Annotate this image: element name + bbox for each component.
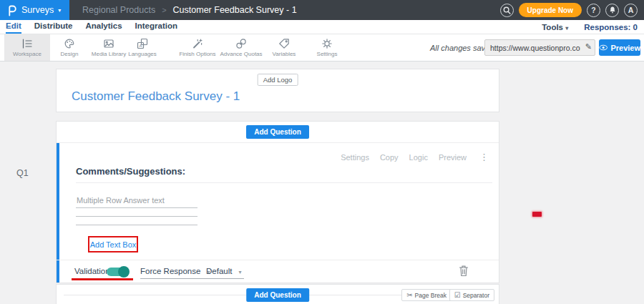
answer-row-line — [76, 216, 197, 217]
separator-label: Separator — [463, 292, 489, 299]
palette-icon — [64, 38, 75, 49]
nav-tabs: Edit Distribute Analytics Integration — [0, 20, 177, 34]
survey-url-field: ✎ — [484, 39, 595, 56]
tools-menu[interactable]: Tools ▾ — [542, 23, 568, 31]
question-card: Add Question Settings Copy Logic Preview… — [56, 121, 499, 283]
kebab-menu-icon[interactable]: ⋮ — [479, 152, 489, 162]
breadcrumb-separator: > — [162, 6, 166, 14]
add-question-button-bottom[interactable]: Add Question — [246, 288, 309, 302]
chevron-down-icon: ▾ — [58, 7, 61, 14]
magic-wand-icon — [192, 38, 203, 49]
breadcrumb: Regional Products > Customer Feedback Su… — [82, 5, 297, 15]
tag-icon — [278, 38, 290, 49]
upgrade-now-button[interactable]: Upgrade Now — [519, 3, 582, 17]
question-logic-link[interactable]: Logic — [409, 153, 428, 162]
validation-toggle[interactable] — [107, 268, 128, 276]
help-button[interactable]: ? — [587, 4, 600, 17]
search-icon — [503, 6, 511, 14]
scissors-icon: ✂ — [406, 291, 412, 299]
question-divider — [76, 182, 492, 183]
checked-box-icon: ☑ — [454, 291, 461, 299]
topbar-actions: Upgrade Now ? A — [500, 3, 644, 17]
add-question-strip: Add Question — [57, 122, 499, 143]
product-label: Surveys — [21, 5, 54, 15]
validation-label: Validation — [74, 267, 110, 275]
default-label: Default — [206, 267, 232, 275]
next-section-strip: Add Question ✂Page Break ☑Separator — [56, 284, 499, 304]
surveys-product-menu[interactable]: Surveys ▾ — [0, 0, 69, 20]
preview-button[interactable]: Preview — [599, 39, 640, 56]
tools-label: Tools — [542, 23, 563, 31]
chevron-down-icon: ▾ — [565, 25, 568, 31]
questionpro-logo-icon — [6, 4, 17, 16]
question-preview-link[interactable]: Preview — [439, 153, 467, 162]
avatar[interactable]: A — [624, 4, 638, 17]
force-response-label: Force Response — [140, 267, 200, 275]
page-break-label: Page Break — [415, 292, 447, 299]
workspace-icon — [21, 38, 33, 49]
toolbar-label: Variables — [273, 51, 296, 57]
translate-icon: A — [137, 38, 148, 49]
tab-analytics[interactable]: Analytics — [85, 20, 122, 34]
chain-links-icon — [235, 38, 247, 49]
question-code: Q1 — [16, 168, 29, 178]
answer-row-line — [76, 225, 197, 225]
main-nav: Edit Distribute Analytics Integration To… — [0, 20, 644, 34]
eye-icon — [599, 44, 608, 51]
answer-placeholder: Multiple Row Answer text — [77, 196, 165, 205]
preview-label: Preview — [610, 44, 640, 52]
survey-url-input[interactable] — [484, 39, 595, 56]
nav-right: Tools ▾ Responses: 0 — [542, 23, 644, 31]
force-response-dropdown[interactable]: Force Response▾ — [140, 267, 213, 279]
page-break-button[interactable]: ✂Page Break — [401, 289, 452, 301]
survey-title[interactable]: Customer Feedback Survey - 1 — [72, 89, 240, 104]
separator-button[interactable]: ☑Separator — [449, 289, 494, 301]
toolbar-label: Advance Quotas — [220, 51, 262, 57]
responses-count[interactable]: Responses: 0 — [584, 23, 638, 31]
survey-header-card: Add Logo Customer Feedback Survey - 1 — [56, 69, 499, 112]
question-actions: Settings Copy Logic Preview ⋮ — [341, 152, 489, 162]
tab-integration[interactable]: Integration — [135, 20, 177, 34]
add-question-button[interactable]: Add Question — [246, 125, 309, 139]
annotation-cursor-mark — [532, 212, 542, 217]
gear-icon — [321, 38, 333, 49]
chevron-down-icon: ▾ — [238, 269, 241, 275]
multirow-answer-area[interactable]: Multiple Row Answer text — [76, 193, 255, 236]
toolbar-label: Finish Options — [179, 51, 215, 57]
toolbar-label: Settings — [317, 51, 338, 57]
add-logo-button[interactable]: Add Logo — [258, 74, 298, 86]
breadcrumb-folder[interactable]: Regional Products — [82, 5, 155, 15]
delete-question-button[interactable] — [459, 265, 469, 277]
edit-url-icon[interactable]: ✎ — [585, 42, 592, 52]
annotation-highlight-box: Add Text Box — [88, 236, 138, 252]
annotation-underline — [72, 278, 133, 280]
tab-distribute[interactable]: Distribute — [34, 20, 73, 34]
toolbar-item-languages[interactable]: A Languages — [115, 34, 170, 61]
tab-edit[interactable]: Edit — [6, 20, 21, 34]
questionpro-survey-editor: Surveys ▾ Regional Products > Customer F… — [0, 0, 644, 304]
breadcrumb-current: Customer Feedback Survey - 1 — [173, 5, 297, 15]
default-dropdown[interactable]: Default▾ — [206, 267, 244, 279]
editor-toolbar: Workspace Design Media Library A Langua — [0, 34, 644, 62]
toolbar-label: Workspace — [13, 51, 42, 57]
top-bar: Surveys ▾ Regional Products > Customer F… — [0, 0, 644, 20]
toolbar-item-settings[interactable]: Settings — [300, 34, 354, 61]
svg-text:A: A — [140, 44, 142, 48]
add-text-box-link[interactable]: Add Text Box — [90, 240, 137, 249]
question-settings-link[interactable]: Settings — [341, 153, 369, 162]
question-text[interactable]: Comments/Suggestions: — [76, 166, 185, 177]
bell-icon — [608, 6, 617, 14]
toggle-knob — [118, 266, 130, 278]
survey-canvas: Q1 Add Logo Customer Feedback Survey - 1… — [0, 62, 644, 304]
answer-row-line — [76, 207, 197, 208]
toolbar-label: Languages — [128, 51, 157, 57]
question-footer: Validation Force Response▾ Default▾ — [57, 260, 499, 283]
question-copy-link[interactable]: Copy — [380, 153, 399, 162]
search-button[interactable] — [500, 4, 514, 17]
notifications-button[interactable] — [605, 4, 619, 17]
image-icon — [103, 38, 114, 49]
toolbar-label: Design — [61, 51, 79, 57]
